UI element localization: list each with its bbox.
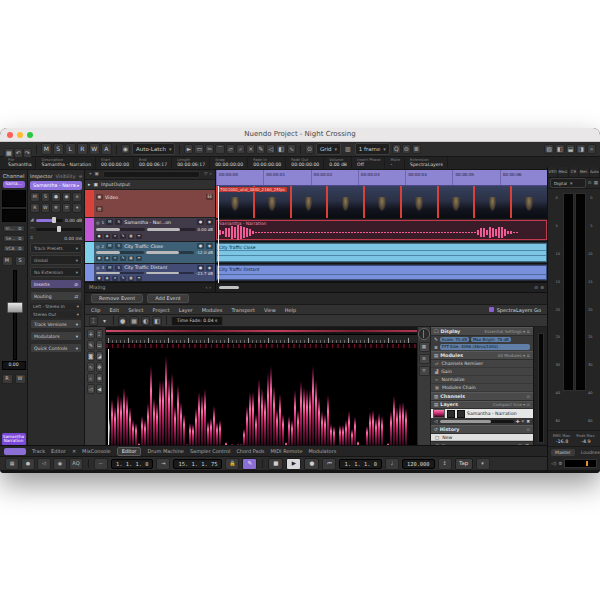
modules-section-header[interactable]: ▤ Modules All Modules ▾ ≡ xyxy=(431,351,533,360)
record-button[interactable]: ● xyxy=(304,458,319,470)
menu-select[interactable]: Select xyxy=(128,307,143,313)
track-solo-button[interactable]: S xyxy=(115,243,122,249)
state-button-w[interactable]: W xyxy=(89,143,100,155)
return-to-zero-icon[interactable]: ⏮ xyxy=(322,458,336,470)
play-tool[interactable]: ◁ xyxy=(266,144,275,154)
close-lower-zone-button[interactable]: ✕ xyxy=(72,448,76,454)
add-track-icon[interactable]: ＋ xyxy=(88,170,93,178)
channel-solo-button[interactable]: S xyxy=(15,256,26,266)
track-row-city-traffic-distant[interactable]: ◎3MSCity Traffic Distant●◉-23.7 dB●◉e✎▦≡ xyxy=(85,264,215,282)
channels-section-header[interactable]: ▥ Channels ⊙ xyxy=(431,392,533,401)
write-automation-button[interactable]: W xyxy=(41,203,51,213)
transform-tool[interactable]: ⌶ xyxy=(96,329,104,339)
state-button-r[interactable]: R xyxy=(77,143,88,155)
tempo-spinner[interactable]: ↕ xyxy=(438,458,452,470)
time-fade-display[interactable]: Time Fade: 0.04 s xyxy=(171,316,224,326)
info-field-fade-out[interactable]: Fade Out00:00:00:00 xyxy=(287,157,324,169)
track-button-0[interactable]: ● xyxy=(96,256,102,261)
move-tool[interactable]: ✛ xyxy=(87,329,95,339)
automation-icon[interactable]: ◉ xyxy=(121,144,130,154)
left-locator[interactable]: 1. 1. 1. 0 xyxy=(111,459,153,469)
track-visibility-icon[interactable]: ◎ xyxy=(96,244,100,249)
spectrogram[interactable] xyxy=(106,349,417,449)
brush-select-tool[interactable]: ◙ xyxy=(87,351,95,361)
info-field-end[interactable]: End00:00:06:17 xyxy=(135,157,172,169)
more-button[interactable]: ▾ xyxy=(72,203,82,213)
line-tool[interactable]: ∿ xyxy=(287,144,296,154)
zoom-out-icon[interactable]: ⊖ xyxy=(534,284,538,292)
tab-drum-machine[interactable]: Drum Machine xyxy=(147,448,183,454)
pan-slider[interactable] xyxy=(36,228,82,231)
display-section-header[interactable]: 🖵 Display Essential Settings ▾ ≡ xyxy=(431,327,533,336)
track-button-2[interactable]: e xyxy=(112,276,118,281)
spectro-ruler[interactable] xyxy=(106,335,417,344)
section-quick-controls[interactable]: Quick Controls▾ xyxy=(30,343,82,353)
scroll-handle[interactable] xyxy=(219,286,239,289)
track-record-icon[interactable]: ● xyxy=(197,219,204,225)
solo-button[interactable]: S xyxy=(41,192,51,202)
metronome-icon[interactable]: ♩ xyxy=(385,458,399,470)
track-pan-slider[interactable] xyxy=(96,228,145,231)
arrange-scrollbar[interactable]: ⊖ ⊕ xyxy=(216,282,547,292)
track-button-4[interactable]: ▦ xyxy=(128,234,134,239)
punch-in-icon[interactable]: ⌐ xyxy=(94,458,108,470)
mute-tool[interactable]: × xyxy=(246,144,255,154)
global-select[interactable]: Global▾ xyxy=(30,255,82,265)
track-button-4[interactable]: ▦ xyxy=(128,276,134,281)
zoom-tool[interactable]: ⌕ xyxy=(236,144,245,154)
track-volume-slider[interactable] xyxy=(146,272,194,275)
tab-sampler-control[interactable]: Sampler Control xyxy=(190,448,230,454)
info-field-volume[interactable]: Volume0.00 dB xyxy=(325,157,352,169)
selection-mode-icon[interactable]: ⌶ xyxy=(89,316,98,326)
channel-write-button[interactable]: W xyxy=(15,374,26,384)
track-button-5[interactable]: ≡ xyxy=(136,256,142,261)
search-icon[interactable]: ⌕ xyxy=(209,170,212,178)
track-volume-slider[interactable] xyxy=(146,251,194,254)
spectro-overview[interactable] xyxy=(106,327,417,335)
mixing-bar[interactable]: Mixing‹ › xyxy=(85,282,215,292)
monitor-mode-icon[interactable]: ◁ xyxy=(37,458,51,470)
event-samantha-narration[interactable]: Samantha - Narration xyxy=(216,220,547,241)
zoom-tool[interactable]: ⌕ xyxy=(87,373,95,383)
info-field-file[interactable]: FileSamantha xyxy=(4,157,36,169)
channel-fader[interactable] xyxy=(3,270,25,358)
read-automation-button[interactable]: R xyxy=(30,203,40,213)
menu-transport[interactable]: Transport xyxy=(231,307,254,313)
layer-speaker-icon[interactable]: ◁ xyxy=(434,419,438,424)
track-monitor-icon[interactable]: ◉ xyxy=(206,219,213,225)
fft-chip[interactable]: FFT Size: 4096 (46ms/10Hz) xyxy=(440,344,530,350)
track-monitor-icon[interactable]: ◉ xyxy=(206,243,213,249)
stop-button[interactable]: ■ xyxy=(268,458,283,470)
channel-settings-button[interactable]: e xyxy=(72,192,82,202)
track-solo-button[interactable]: S xyxy=(115,219,122,225)
track-volume-slider[interactable] xyxy=(147,228,196,231)
grid-type-select[interactable]: 1 frame▾ xyxy=(355,143,390,155)
info-field-snap[interactable]: Snap00:00:00:00 xyxy=(211,157,248,169)
rectangle-select-tool[interactable]: ▭ xyxy=(96,340,104,350)
remove-event-button[interactable]: Remove Event xyxy=(91,294,143,303)
track-pan-slider[interactable] xyxy=(96,251,144,254)
tab-accent[interactable] xyxy=(4,448,26,455)
redo-icon[interactable]: ↷ xyxy=(23,148,32,158)
track-record-icon[interactable]: ● xyxy=(197,243,204,249)
routing-input-select[interactable]: Left - Stereo In▾ xyxy=(30,303,82,310)
menu-project[interactable]: Project xyxy=(153,307,170,313)
snap-type-select[interactable]: Grid▾ xyxy=(316,143,341,155)
right-tab-met[interactable]: Met. xyxy=(579,167,589,177)
tempo-display[interactable]: 120.000 xyxy=(402,459,435,469)
track-button-0[interactable]: ● xyxy=(96,234,102,239)
channel-slot-vca[interactable]: VCA⧉ xyxy=(3,245,25,252)
folder-expand-icon[interactable]: ▸ xyxy=(88,182,90,187)
setup-window-icon[interactable]: ▦ xyxy=(4,148,14,158)
automation-mode-select[interactable]: Auto-Latch▾ xyxy=(132,143,175,155)
module-channels-remixer[interactable]: ⇄Channels Remixer xyxy=(431,360,533,368)
tab-visibility[interactable]: Visibility xyxy=(55,174,75,179)
track-button-2[interactable]: e xyxy=(112,234,118,239)
zones-chevron-icon[interactable]: » xyxy=(587,144,596,154)
layers-section-header[interactable]: ▤ Layers Compact Size ▾ ⊙ xyxy=(431,401,533,410)
track-mute-button[interactable]: M xyxy=(106,243,113,249)
project-colors-icon[interactable]: ▧ xyxy=(544,144,554,154)
track-button-1[interactable]: ◉ xyxy=(104,256,110,261)
section-inserts[interactable]: Inserts⊘ xyxy=(30,279,82,289)
playback-tool[interactable]: ◁ xyxy=(87,384,95,394)
